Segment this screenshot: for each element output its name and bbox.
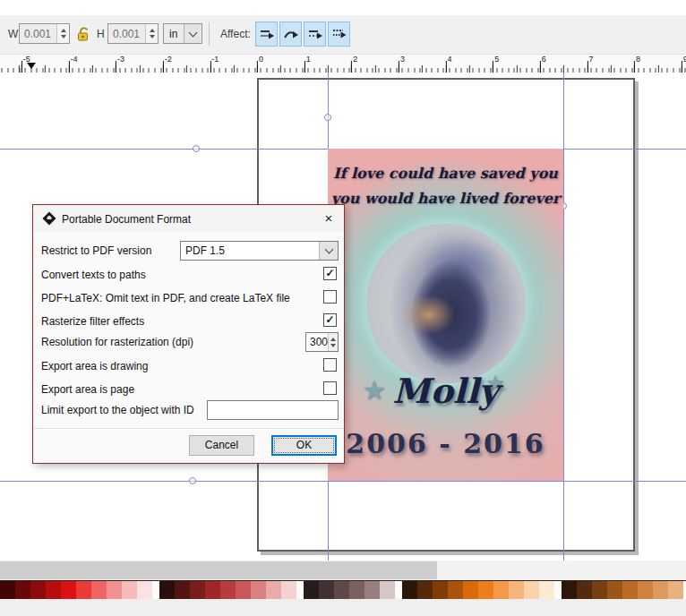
affect-scale-corners-button[interactable] bbox=[279, 21, 302, 47]
horizontal-ruler[interactable]: -5-4-3-2-10123456789 bbox=[0, 55, 686, 73]
horizontal-scrollbar[interactable] bbox=[0, 560, 686, 580]
resolution-input[interactable]: 300 bbox=[305, 332, 339, 352]
palette-swatch[interactable] bbox=[304, 581, 319, 599]
affect-label: Affect: bbox=[220, 28, 251, 40]
palette-swatch[interactable] bbox=[30, 581, 46, 599]
export-drawing-label: Export area is drawing bbox=[41, 360, 148, 372]
palette-swatch[interactable] bbox=[266, 581, 281, 599]
palette-swatch[interactable] bbox=[175, 581, 190, 599]
palette-swatch[interactable] bbox=[463, 581, 478, 599]
palette-swatch[interactable] bbox=[364, 581, 380, 599]
palette-swatch[interactable] bbox=[653, 581, 668, 599]
palette-swatch[interactable] bbox=[524, 581, 539, 599]
dialog-titlebar[interactable]: Portable Document Format × bbox=[33, 205, 344, 232]
palette-swatch[interactable] bbox=[137, 581, 152, 599]
palette-swatch[interactable] bbox=[433, 581, 448, 599]
guide-anchor[interactable] bbox=[189, 477, 196, 484]
close-icon[interactable]: × bbox=[313, 205, 344, 232]
export-page-label: Export area is page bbox=[41, 383, 134, 396]
quote-line-2: you would have lived forever bbox=[328, 190, 563, 207]
palette-swatch[interactable] bbox=[638, 581, 653, 599]
affect-scale-stroke-button[interactable] bbox=[255, 21, 278, 47]
export-drawing-checkbox[interactable] bbox=[323, 358, 337, 372]
palette-swatch[interactable] bbox=[509, 581, 524, 599]
units-dropdown-button[interactable] bbox=[184, 24, 201, 43]
palette-swatch[interactable] bbox=[402, 581, 417, 599]
height-spinner[interactable] bbox=[145, 24, 158, 43]
export-page-checkbox[interactable] bbox=[323, 381, 337, 395]
affect-move-patterns-button[interactable] bbox=[328, 21, 350, 47]
palette-swatch[interactable] bbox=[251, 581, 266, 599]
ruler-tick-label: -3 bbox=[117, 55, 124, 64]
horizontal-guide-bottom[interactable] bbox=[0, 481, 686, 482]
width-input[interactable]: 0.001 bbox=[19, 23, 70, 44]
pdf-version-label: Restrict to PDF version bbox=[41, 244, 151, 257]
palette-swatch[interactable] bbox=[607, 581, 622, 599]
palette-swatch[interactable] bbox=[577, 581, 592, 599]
height-value: 0.001 bbox=[108, 24, 145, 43]
palette-swatch[interactable] bbox=[478, 581, 493, 599]
palette-swatch[interactable] bbox=[622, 581, 638, 599]
height-label: H bbox=[97, 28, 105, 40]
palette-swatch[interactable] bbox=[220, 581, 236, 599]
palette-swatch[interactable] bbox=[61, 581, 76, 599]
palette-swatch[interactable] bbox=[122, 581, 137, 599]
palette-swatch[interactable] bbox=[592, 581, 607, 599]
pdf-version-dropdown[interactable]: PDF 1.5 bbox=[180, 241, 339, 261]
inkscape-logo-icon bbox=[42, 211, 56, 226]
palette-swatch[interactable] bbox=[380, 581, 395, 599]
units-dropdown[interactable]: in bbox=[163, 23, 202, 44]
palette-swatch[interactable] bbox=[0, 581, 15, 599]
limit-id-input[interactable] bbox=[207, 400, 339, 420]
palette-swatch[interactable] bbox=[668, 581, 683, 599]
palette-swatch[interactable] bbox=[539, 581, 554, 599]
ruler-tick-label: 5 bbox=[494, 55, 499, 64]
palette-swatch[interactable] bbox=[334, 581, 349, 599]
open-padlock-icon[interactable] bbox=[77, 26, 90, 41]
width-spinner[interactable] bbox=[56, 24, 69, 43]
palette-swatch[interactable] bbox=[159, 581, 175, 599]
palette-swatch[interactable] bbox=[107, 581, 122, 599]
scrollbar-thumb[interactable] bbox=[0, 561, 437, 579]
memorial-artwork[interactable]: If love could have saved you you would h… bbox=[328, 149, 563, 481]
title-strip bbox=[0, 0, 686, 15]
palette-swatch[interactable] bbox=[91, 581, 107, 599]
palette-swatch[interactable] bbox=[281, 581, 296, 599]
convert-texts-checkbox[interactable]: ✓ bbox=[323, 267, 337, 280]
palette-swatch[interactable] bbox=[76, 581, 91, 599]
guide-anchor[interactable] bbox=[324, 114, 331, 121]
resolution-spinner[interactable] bbox=[328, 333, 338, 351]
ruler-tick-label: -4 bbox=[70, 55, 77, 64]
palette-swatch[interactable] bbox=[190, 581, 205, 599]
ruler-tick-label: -2 bbox=[165, 55, 172, 64]
palette-swatch[interactable] bbox=[562, 581, 577, 599]
resolution-value: 300 bbox=[306, 333, 328, 351]
quote-line-1: If love could have saved you bbox=[328, 165, 563, 182]
palette-swatch[interactable] bbox=[46, 581, 61, 599]
pdf-latex-label: PDF+LaTeX: Omit text in PDF, and create … bbox=[41, 292, 290, 304]
limit-id-value bbox=[208, 401, 211, 419]
palette-swatch[interactable] bbox=[493, 581, 509, 599]
units-value: in bbox=[164, 24, 184, 43]
palette-swatch[interactable] bbox=[417, 581, 433, 599]
palette-swatch[interactable] bbox=[15, 581, 30, 599]
pdf-version-dropdown-button[interactable] bbox=[319, 242, 338, 260]
palette-swatch[interactable] bbox=[319, 581, 334, 599]
ok-button[interactable]: OK bbox=[271, 435, 337, 456]
dialog-footer-separator bbox=[33, 428, 344, 429]
width-value: 0.001 bbox=[20, 24, 56, 43]
height-input[interactable]: 0.001 bbox=[107, 23, 159, 44]
pdf-latex-checkbox[interactable] bbox=[323, 290, 337, 304]
palette-swatch[interactable] bbox=[448, 581, 463, 599]
guide-anchor[interactable] bbox=[193, 145, 200, 152]
ruler-tick-label: 3 bbox=[400, 55, 405, 64]
palette-swatch[interactable] bbox=[205, 581, 220, 599]
palette-swatch[interactable] bbox=[236, 581, 251, 599]
palette-swatch[interactable] bbox=[349, 581, 364, 599]
affect-move-gradients-button[interactable] bbox=[304, 21, 326, 47]
cancel-button[interactable]: Cancel bbox=[189, 435, 254, 456]
vertical-guide-right[interactable] bbox=[563, 73, 564, 560]
dialog-title: Portable Document Format bbox=[62, 213, 191, 226]
drawing-canvas[interactable]: If love could have saved you you would h… bbox=[0, 73, 686, 560]
rasterize-checkbox[interactable]: ✓ bbox=[323, 313, 337, 327]
